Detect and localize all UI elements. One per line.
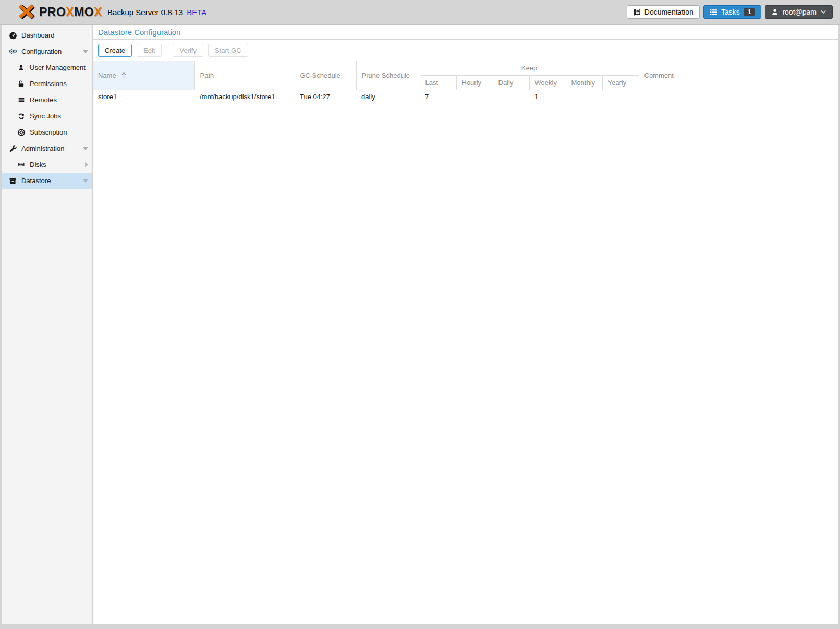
user-icon — [771, 8, 778, 16]
toolbar-separator — [167, 46, 167, 55]
proxmox-x-icon — [16, 4, 38, 20]
column-header-keep-weekly[interactable]: Weekly — [529, 76, 566, 90]
column-group-keep: Keep — [420, 61, 639, 76]
user-label: root@pam — [782, 8, 817, 16]
verify-button: Verify — [173, 44, 203, 57]
unlock-icon — [17, 80, 26, 88]
tasks-count-badge: 1 — [744, 8, 756, 16]
task-list-icon — [710, 8, 717, 16]
beta-link[interactable]: BETA — [187, 8, 206, 17]
sidebar-item-user-management[interactable]: User Management — [2, 59, 92, 76]
cell-prune-schedule: daily — [356, 90, 420, 104]
sidebar-navigation: Dashboard ⚙⚙ Configuration User Manageme… — [2, 25, 93, 624]
table-row-store1[interactable]: store1 /mnt/backup/disk1/store1 Tue 04:2… — [93, 90, 838, 104]
sidebar-item-permissions[interactable]: Permissions — [2, 76, 92, 92]
cell-keep-weekly: 1 — [529, 90, 566, 104]
proxmox-logo: PROXMOX — [16, 4, 102, 20]
sidebar-item-label: Permissions — [30, 80, 88, 88]
column-header-keep-hourly[interactable]: Hourly — [456, 76, 493, 90]
dashboard-icon — [8, 31, 17, 40]
product-title: Backup Server 0.8-13 — [107, 8, 183, 17]
column-header-path[interactable]: Path — [194, 61, 295, 90]
gears-icon: ⚙⚙ — [8, 47, 17, 56]
sidebar-item-label: Configuration — [21, 47, 81, 55]
collapse-arrow-icon — [83, 50, 88, 53]
sidebar-item-label: Disks — [30, 161, 83, 168]
column-header-prune-schedule[interactable]: Prune Schedule — [356, 61, 420, 90]
chevron-down-icon — [820, 10, 826, 14]
support-icon — [17, 128, 26, 137]
sidebar-item-disks[interactable]: Disks — [2, 156, 92, 173]
cell-comment — [639, 90, 838, 104]
documentation-button[interactable]: Documentation — [627, 5, 700, 19]
user-icon — [17, 64, 26, 72]
start-gc-button: Start GC — [208, 44, 248, 57]
proxmox-wordmark: PROXMOX — [39, 5, 102, 19]
user-menu-button[interactable]: root@pam — [765, 5, 833, 19]
cell-keep-hourly — [456, 90, 493, 104]
page-title: Datastore Configuration — [98, 28, 180, 37]
sidebar-item-subscription[interactable]: Subscription — [2, 124, 92, 140]
sidebar-item-remotes[interactable]: Remotes — [2, 92, 92, 108]
expand-arrow-icon — [85, 162, 88, 167]
edit-button: Edit — [137, 44, 162, 57]
wrench-icon — [8, 144, 17, 153]
cell-name: store1 — [93, 90, 194, 104]
sort-ascending-icon — [121, 72, 127, 79]
column-header-keep-yearly[interactable]: Yearly — [602, 76, 639, 90]
sidebar-item-label: Datastore — [21, 177, 81, 185]
cell-keep-yearly — [602, 90, 639, 104]
book-icon — [633, 8, 641, 16]
cell-keep-monthly — [566, 90, 602, 104]
collapse-arrow-icon — [83, 147, 88, 150]
create-button[interactable]: Create — [98, 44, 132, 57]
column-header-keep-last[interactable]: Last — [420, 76, 456, 90]
column-header-comment[interactable]: Comment — [639, 61, 838, 90]
cell-gc-schedule: Tue 04:27 — [295, 90, 356, 104]
sidebar-item-configuration[interactable]: ⚙⚙ Configuration — [2, 43, 92, 59]
sidebar-item-datastore[interactable]: Datastore — [2, 173, 92, 189]
column-header-name[interactable]: Name — [93, 61, 194, 90]
sidebar-item-sync-jobs[interactable]: Sync Jobs — [2, 108, 92, 124]
datastore-toolbar: Create Edit Verify Start GC — [93, 40, 838, 61]
tasks-button[interactable]: Tasks 1 — [703, 5, 761, 19]
sidebar-item-label: Dashboard — [21, 31, 88, 39]
sidebar-item-label: Remotes — [30, 96, 88, 104]
list-icon — [17, 96, 26, 104]
column-header-keep-monthly[interactable]: Monthly — [566, 76, 602, 90]
tasks-label: Tasks — [721, 8, 740, 16]
archive-icon — [8, 177, 17, 185]
hdd-icon — [17, 161, 26, 169]
collapse-arrow-icon — [83, 179, 88, 183]
documentation-label: Documentation — [644, 8, 693, 16]
sidebar-item-administration[interactable]: Administration — [2, 140, 92, 156]
cell-path: /mnt/backup/disk1/store1 — [194, 90, 295, 104]
top-header-bar: PROXMOX Backup Server 0.8-13 BETA Docume… — [0, 0, 840, 25]
cell-keep-daily — [493, 90, 529, 104]
datastore-table: Name Path GC Schedule Prune Schedule Kee… — [93, 61, 838, 104]
main-panel: Datastore Configuration Create Edit Veri… — [93, 25, 838, 624]
sidebar-item-label: Subscription — [30, 128, 88, 136]
sidebar-item-dashboard[interactable]: Dashboard — [2, 27, 92, 43]
column-header-keep-daily[interactable]: Daily — [493, 76, 529, 90]
column-header-gc-schedule[interactable]: GC Schedule — [295, 61, 356, 90]
cell-keep-last: 7 — [420, 90, 456, 104]
page-title-bar: Datastore Configuration — [93, 25, 838, 40]
sidebar-item-label: Administration — [21, 144, 81, 152]
sync-icon — [17, 112, 26, 120]
sidebar-item-label: Sync Jobs — [30, 112, 88, 120]
sidebar-item-label: User Management — [30, 64, 88, 71]
